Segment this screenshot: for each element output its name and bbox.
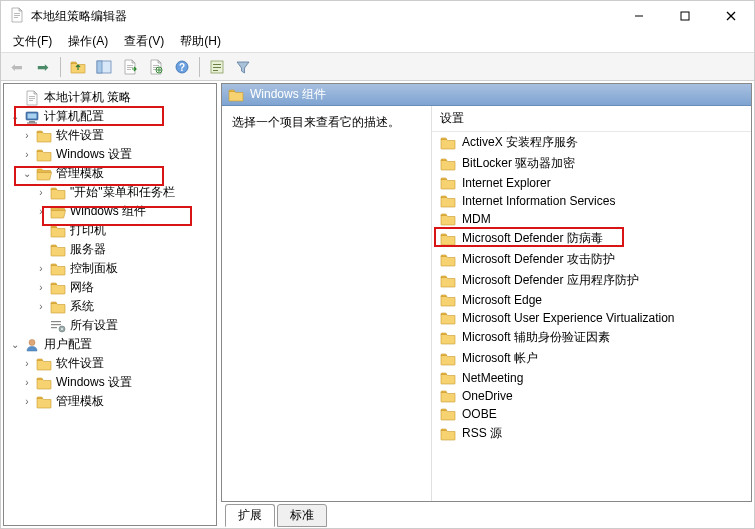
collapse-icon[interactable]: ⌄ (8, 110, 22, 124)
toolbar-export-list-button[interactable] (118, 55, 142, 79)
folder-icon (36, 357, 52, 371)
window-controls (616, 1, 754, 31)
list-item[interactable]: Internet Explorer (432, 174, 751, 192)
folder-icon (440, 274, 456, 288)
list-item[interactable]: OOBE (432, 405, 751, 423)
svg-rect-27 (213, 70, 218, 71)
folder-open-icon (36, 167, 52, 181)
list-item[interactable]: OneDrive (432, 387, 751, 405)
minimize-button[interactable] (616, 1, 662, 31)
list-item[interactable]: Microsoft Defender 攻击防护 (432, 249, 751, 270)
svg-rect-20 (97, 61, 102, 73)
toolbar-separator (199, 57, 200, 77)
folder-icon (440, 253, 456, 267)
toolbar-up-button[interactable] (66, 55, 90, 79)
toolbar-forward-button[interactable]: ➡ (31, 55, 55, 79)
expand-icon[interactable]: › (20, 395, 34, 409)
close-button[interactable] (708, 1, 754, 31)
list-item[interactable]: MDM (432, 210, 751, 228)
tree-uc-windows[interactable]: › Windows 设置 (6, 373, 214, 392)
tree-system[interactable]: › 系统 (6, 297, 214, 316)
main-area: 本地计算机 策略 ⌄ 计算机配置 › 软件设置 (1, 81, 754, 528)
expand-icon[interactable]: › (20, 376, 34, 390)
list-item[interactable]: ActiveX 安装程序服务 (432, 132, 751, 153)
expand-icon[interactable]: › (20, 148, 34, 162)
collapse-icon[interactable]: ⌄ (20, 167, 34, 181)
folder-icon (440, 232, 456, 246)
list-item[interactable]: Internet Information Services (432, 192, 751, 210)
tree-uc-admin-templates[interactable]: › 管理模板 (6, 392, 214, 411)
toolbar-show-hide-tree-button[interactable] (92, 55, 116, 79)
toolbar-separator (60, 57, 61, 77)
settings-list-icon (50, 318, 66, 334)
tree-servers[interactable]: 服务器 (6, 240, 214, 259)
list-item-label: OOBE (462, 407, 497, 421)
tree-user-config[interactable]: ⌄ 用户配置 (6, 335, 214, 354)
tree-pane[interactable]: 本地计算机 策略 ⌄ 计算机配置 › 软件设置 (3, 83, 217, 526)
menu-file[interactable]: 文件(F) (5, 31, 60, 52)
expand-icon[interactable]: › (34, 186, 48, 200)
collapse-icon[interactable]: ⌄ (8, 338, 22, 352)
tree-control-panel[interactable]: › 控制面板 (6, 259, 214, 278)
menu-action[interactable]: 操作(A) (60, 31, 116, 52)
folder-icon (50, 224, 66, 238)
tree-network[interactable]: › 网络 (6, 278, 214, 297)
list-item-label: RSS 源 (462, 425, 502, 442)
tab-standard[interactable]: 标准 (277, 504, 327, 527)
expand-icon[interactable]: › (34, 262, 48, 276)
tree-computer-config[interactable]: ⌄ 计算机配置 (6, 107, 214, 126)
details-heading: Windows 组件 (250, 86, 326, 103)
menu-help[interactable]: 帮助(H) (172, 31, 229, 52)
list-item-label: OneDrive (462, 389, 513, 403)
menu-view[interactable]: 查看(V) (116, 31, 172, 52)
column-header-setting[interactable]: 设置 (432, 106, 751, 132)
toolbar-back-button[interactable]: ⬅ (5, 55, 29, 79)
tree-windows-components[interactable]: › Windows 组件 (6, 202, 214, 221)
tree-root[interactable]: 本地计算机 策略 (6, 88, 214, 107)
folder-icon (440, 176, 456, 190)
expand-icon[interactable]: › (34, 281, 48, 295)
tab-extended[interactable]: 扩展 (225, 504, 275, 527)
toolbar: ⬅ ➡ ? (1, 53, 754, 81)
folder-icon (50, 281, 66, 295)
tree-uc-software[interactable]: › 软件设置 (6, 354, 214, 373)
folder-icon (440, 371, 456, 385)
tree-printers[interactable]: 打印机 (6, 221, 214, 240)
svg-rect-16 (681, 12, 689, 20)
expand-icon[interactable]: › (34, 205, 48, 219)
expand-icon[interactable]: › (20, 129, 34, 143)
list-item-label: Microsoft 辅助身份验证因素 (462, 329, 610, 346)
svg-rect-26 (213, 67, 221, 68)
folder-icon (440, 389, 456, 403)
tree-cc-windows[interactable]: › Windows 设置 (6, 145, 214, 164)
list-item[interactable]: Microsoft Defender 防病毒 (432, 228, 751, 249)
list-item[interactable]: RSS 源 (432, 423, 751, 444)
tree-cc-software[interactable]: › 软件设置 (6, 126, 214, 145)
toolbar-properties-button[interactable] (144, 55, 168, 79)
back-arrow-icon: ⬅ (11, 59, 23, 75)
list-item[interactable]: Microsoft Defender 应用程序防护 (432, 270, 751, 291)
tree-all-settings[interactable]: 所有设置 (6, 316, 214, 335)
settings-list[interactable]: 设置 ActiveX 安装程序服务BitLocker 驱动器加密Internet… (432, 106, 751, 501)
list-item-label: Microsoft User Experience Virtualization (462, 311, 675, 325)
list-item-label: Microsoft 帐户 (462, 350, 538, 367)
list-item[interactable]: Microsoft User Experience Virtualization (432, 309, 751, 327)
maximize-button[interactable] (662, 1, 708, 31)
list-item[interactable]: Microsoft Edge (432, 291, 751, 309)
list-item[interactable]: Microsoft 辅助身份验证因素 (432, 327, 751, 348)
svg-rect-25 (213, 64, 221, 65)
list-item[interactable]: NetMeeting (432, 369, 751, 387)
folder-icon (50, 243, 66, 257)
tree-start-menu[interactable]: › "开始"菜单和任务栏 (6, 183, 214, 202)
folder-icon (50, 300, 66, 314)
expand-icon[interactable]: › (34, 300, 48, 314)
list-item-label: Microsoft Defender 应用程序防护 (462, 272, 639, 289)
show-hide-tree-icon (96, 59, 112, 75)
toolbar-filter-options-button[interactable] (205, 55, 229, 79)
expand-icon[interactable]: › (20, 357, 34, 371)
list-item[interactable]: BitLocker 驱动器加密 (432, 153, 751, 174)
tree-cc-admin-templates[interactable]: ⌄ 管理模板 (6, 164, 214, 183)
toolbar-filter-button[interactable] (231, 55, 255, 79)
list-item[interactable]: Microsoft 帐户 (432, 348, 751, 369)
toolbar-help-button[interactable]: ? (170, 55, 194, 79)
